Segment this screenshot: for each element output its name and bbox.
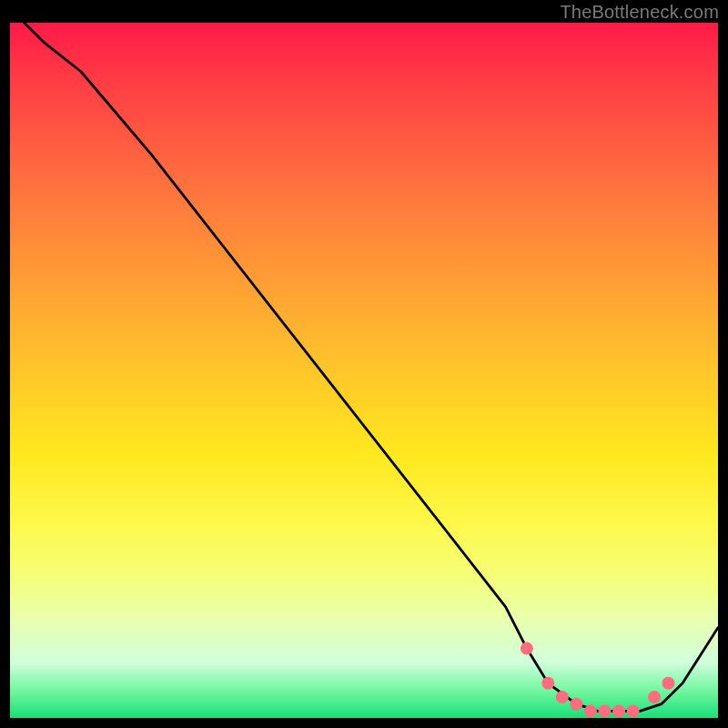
chart-frame: TheBottleneck.com [0, 0, 728, 728]
curve-path [25, 23, 718, 711]
watermark-text: TheBottleneck.com [560, 2, 719, 23]
marker-dot [521, 642, 533, 655]
marker-dot [584, 704, 597, 717]
marker-dot [599, 704, 612, 717]
plot-area [10, 23, 718, 718]
marker-dot [648, 691, 661, 703]
marker-dot [612, 704, 625, 717]
marker-dot [662, 677, 675, 690]
marker-dot [627, 704, 640, 717]
marker-dot [541, 677, 554, 690]
marker-dot [570, 698, 582, 711]
chart-svg [10, 23, 718, 718]
marker-dot [556, 691, 569, 703]
